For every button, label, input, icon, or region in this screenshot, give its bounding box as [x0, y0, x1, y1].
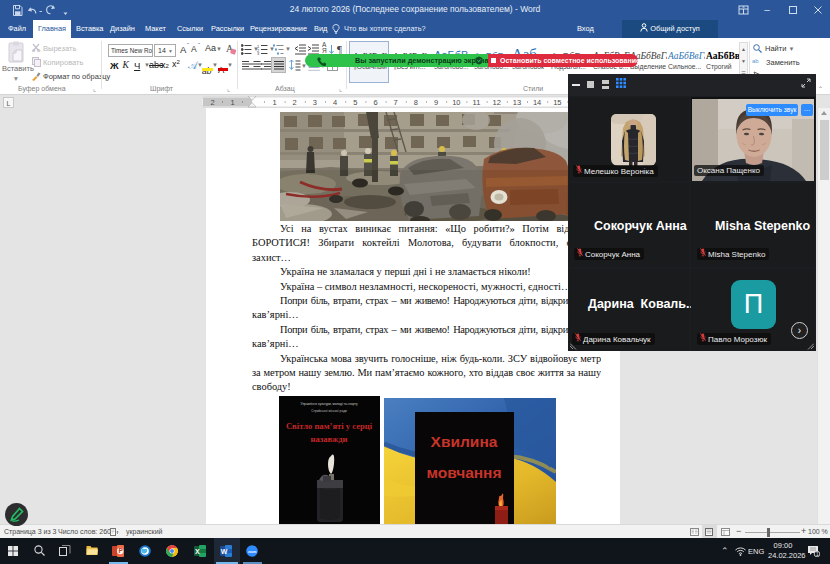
svg-text:3: 3 [313, 98, 317, 107]
svg-text:10: 10 [452, 98, 460, 107]
svg-text:назавжди: назавжди [310, 434, 347, 444]
svg-text:6: 6 [373, 98, 377, 107]
svg-text:12: 12 [493, 98, 501, 107]
svg-text:14: 14 [533, 98, 541, 107]
svg-text:1: 1 [231, 98, 235, 107]
svg-text:11: 11 [473, 98, 481, 107]
svg-text:5: 5 [353, 98, 357, 107]
svg-text:15: 15 [553, 98, 561, 107]
svg-text:Хвилина: Хвилина [430, 433, 497, 450]
svg-text:1: 1 [272, 98, 276, 107]
svg-text:P: P [119, 547, 124, 554]
svg-text:9: 9 [434, 98, 438, 107]
svg-text:X: X [195, 548, 200, 555]
svg-text:мовчання: мовчання [426, 464, 501, 481]
svg-text:Стрийської міської ради: Стрийської міської ради [311, 409, 347, 413]
svg-text:Управління культури, молоді та: Управління культури, молоді та спорту [300, 402, 357, 406]
svg-text:8: 8 [414, 98, 418, 107]
svg-text:zoom: zoom [248, 550, 256, 554]
svg-text:4: 4 [333, 98, 337, 107]
svg-text:2: 2 [211, 98, 215, 107]
svg-text:Світло пам’яті у серці: Світло пам’яті у серці [285, 421, 372, 431]
svg-text:2: 2 [293, 98, 297, 107]
svg-text:W: W [221, 548, 228, 555]
svg-text:13: 13 [513, 98, 521, 107]
svg-text:7: 7 [394, 98, 398, 107]
svg-text:3: 3 [257, 51, 260, 55]
